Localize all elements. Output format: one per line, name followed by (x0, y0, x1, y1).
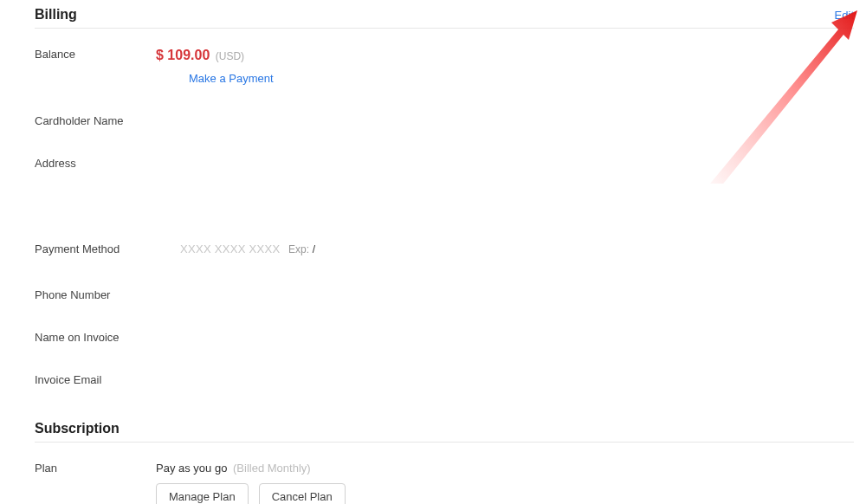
address-row: Address (35, 157, 854, 170)
plan-row: Plan Pay as you go (Billed Monthly) Mana… (35, 462, 854, 504)
exp-label: Exp: (288, 243, 309, 255)
balance-symbol: $ (156, 48, 164, 62)
balance-label: Balance (35, 48, 156, 61)
cardholder-row: Cardholder Name (35, 114, 854, 127)
card-mask: XXXX XXXX XXXX (180, 242, 280, 255)
invoice-email-label: Invoice Email (35, 373, 156, 386)
balance-value-block: $ 109.00 (USD) Make a Payment (156, 48, 854, 85)
payment-method-label: Payment Method (35, 242, 156, 255)
make-payment-link[interactable]: Make a Payment (189, 72, 854, 85)
manage-plan-button[interactable]: Manage Plan (156, 483, 249, 504)
payment-method-value: XXXX XXXX XXXX Exp: / (156, 242, 854, 255)
payment-method-row: Payment Method XXXX XXXX XXXX Exp: / (35, 242, 854, 255)
subscription-title: Subscription (35, 421, 120, 436)
balance-row: Balance $ 109.00 (USD) Make a Payment (35, 48, 854, 85)
address-label: Address (35, 157, 156, 170)
phone-label: Phone Number (35, 288, 156, 301)
edit-link[interactable]: Edit (835, 9, 854, 22)
plan-value-block: Pay as you go (Billed Monthly) Manage Pl… (156, 462, 854, 504)
billing-title: Billing (35, 7, 77, 23)
balance-amount: $ 109.00 (156, 48, 214, 62)
plan-label: Plan (35, 462, 156, 475)
plan-billing: (Billed Monthly) (233, 462, 311, 475)
name-invoice-label: Name on Invoice (35, 331, 156, 344)
name-invoice-row: Name on Invoice (35, 331, 854, 344)
subscription-header: Subscription (35, 421, 854, 443)
plan-name: Pay as you go (156, 462, 227, 475)
plan-buttons: Manage Plan Cancel Plan (156, 483, 854, 504)
invoice-email-row: Invoice Email (35, 373, 854, 386)
cardholder-label: Cardholder Name (35, 114, 156, 127)
exp-value: / (313, 243, 315, 255)
billing-header: Billing Edit (35, 7, 854, 29)
phone-row: Phone Number (35, 288, 854, 301)
balance-number: 109.00 (167, 48, 210, 62)
cancel-plan-button[interactable]: Cancel Plan (259, 483, 346, 504)
balance-currency: (USD) (216, 50, 244, 62)
